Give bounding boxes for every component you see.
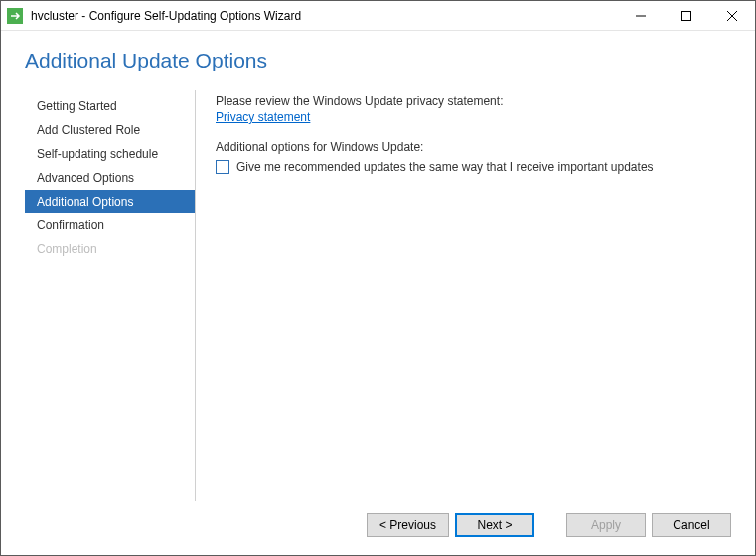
nav-completion: Completion xyxy=(25,237,195,261)
minimize-button[interactable] xyxy=(618,1,664,30)
svg-rect-1 xyxy=(682,11,691,20)
recommended-updates-checkbox[interactable] xyxy=(216,160,229,174)
close-button[interactable] xyxy=(709,1,755,30)
wizard-nav: Getting Started Add Clustered Role Self-… xyxy=(25,90,196,501)
next-button[interactable]: Next > xyxy=(455,513,534,537)
previous-button[interactable]: < Previous xyxy=(367,513,449,537)
main-panel: Please review the Windows Update privacy… xyxy=(196,90,731,501)
maximize-button[interactable] xyxy=(664,1,709,30)
action-buttons: Apply Cancel xyxy=(566,513,731,537)
apply-button: Apply xyxy=(566,513,646,537)
privacy-statement-link[interactable]: Privacy statement xyxy=(216,110,310,124)
button-bar: < Previous Next > Apply Cancel xyxy=(25,501,731,543)
titlebar: hvcluster - Configure Self-Updating Opti… xyxy=(1,1,755,31)
review-text: Please review the Windows Update privacy… xyxy=(216,94,721,108)
nav-buttons: < Previous Next > xyxy=(367,513,534,537)
nav-additional-options[interactable]: Additional Options xyxy=(25,190,195,213)
window-title: hvcluster - Configure Self-Updating Opti… xyxy=(31,9,618,23)
nav-self-updating-schedule[interactable]: Self-updating schedule xyxy=(25,142,195,166)
nav-add-clustered-role[interactable]: Add Clustered Role xyxy=(25,118,195,142)
cancel-button[interactable]: Cancel xyxy=(652,513,731,537)
recommended-updates-row: Give me recommended updates the same way… xyxy=(216,160,721,174)
additional-options-heading: Additional options for Windows Update: xyxy=(216,140,721,154)
recommended-updates-label: Give me recommended updates the same way… xyxy=(236,160,654,174)
nav-getting-started[interactable]: Getting Started xyxy=(25,94,195,118)
window-controls xyxy=(618,1,755,30)
app-icon xyxy=(7,8,23,24)
content-wrapper: Additional Update Options Getting Starte… xyxy=(1,31,755,555)
nav-advanced-options[interactable]: Advanced Options xyxy=(25,166,195,190)
nav-confirmation[interactable]: Confirmation xyxy=(25,213,195,237)
page-title: Additional Update Options xyxy=(25,49,731,72)
body-area: Getting Started Add Clustered Role Self-… xyxy=(25,90,731,501)
